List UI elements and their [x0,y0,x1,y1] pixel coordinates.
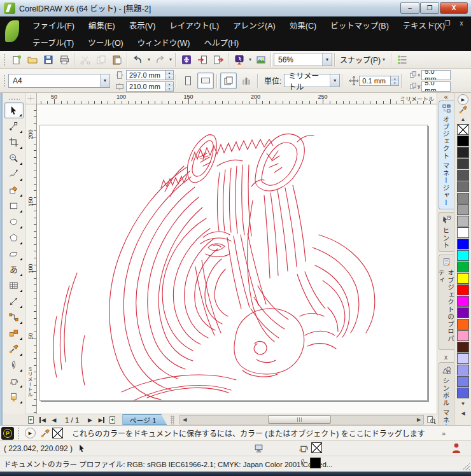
ellipse-tool[interactable] [4,214,24,230]
fill-tool[interactable] [4,373,24,389]
rectangle-tool[interactable] [4,198,24,214]
portrait-button[interactable] [179,73,196,89]
color-swatch[interactable] [457,227,469,238]
color-swatch[interactable] [457,250,469,261]
horizontal-ruler[interactable]: ミリメートル 50100150200250 [37,93,437,104]
property-bar-grip[interactable] [3,74,6,87]
mdi-button[interactable]: x [457,20,466,27]
next-page-button[interactable]: ▶ [84,415,95,425]
crop-tool[interactable] [4,134,24,150]
chevron-down-icon[interactable]: ▾ [248,57,253,62]
first-page-button[interactable]: ◀ [37,415,48,425]
document-palette-expand-button[interactable]: » [442,430,446,437]
color-swatch[interactable] [457,376,469,387]
nudge-spinner[interactable]: ▴▾ [391,76,399,86]
text-tool[interactable]: あ [4,262,24,277]
toolbar-grip[interactable] [3,53,6,66]
docker-tab-1[interactable]: オブジェクト マネージャー [439,101,454,209]
chevron-down-icon[interactable]: ▾ [100,74,109,87]
duplicate-x-field[interactable]: 5.0 mm [421,70,451,80]
coreldraw-logo-icon[interactable] [5,20,20,46]
color-eyedropper-tool[interactable] [4,341,24,357]
menu-item[interactable]: アレンジ(A) [226,19,283,31]
outline-pen-tool[interactable] [4,357,24,373]
palette-flyout-button[interactable]: ▶ [458,94,468,105]
chevron-down-icon[interactable]: ▾ [322,53,332,66]
no-color-swatch[interactable] [52,428,63,438]
chevron-down-icon[interactable]: ▾ [168,57,173,62]
dimension-tool[interactable] [4,293,24,309]
menu-item[interactable]: ビットマップ(B) [323,19,396,31]
no-color-swatch[interactable] [457,124,469,135]
menu-item[interactable]: 編集(E) [81,19,122,31]
color-swatch[interactable] [457,307,469,318]
color-swatch[interactable] [457,296,469,307]
shape-tool[interactable] [4,118,24,134]
outline-indicator[interactable] [298,458,321,468]
ruler-origin-button[interactable] [25,93,37,104]
menu-item[interactable]: ファイル(F) [25,19,81,31]
paper-width-field[interactable]: 297.0 mm [126,70,165,80]
new-document-button[interactable] [8,52,24,67]
previous-page-button[interactable]: ◀ [48,415,60,425]
paper-size-combo[interactable]: A4 ▾ [8,74,110,88]
zoom-to-page-button[interactable] [425,415,437,425]
palette-expand-button[interactable]: ◀ [457,409,470,418]
add-page-button-right[interactable] [107,415,118,425]
close-button[interactable]: X [440,2,468,14]
window-resize-grip[interactable] [462,463,470,470]
color-swatch[interactable] [457,353,469,364]
menu-item[interactable]: ヘルプ(H) [197,36,246,48]
menu-item[interactable]: レイアウト(L) [162,19,226,31]
scroll-right-arrow[interactable]: ▶ [414,416,423,424]
menu-item[interactable]: 効果(C) [283,19,323,31]
horizontal-scrollbar[interactable]: ◀ ▶ [179,415,424,424]
all-pages-button[interactable] [220,73,237,89]
vertical-ruler[interactable]: ミリメートル 20015010050 [25,104,37,414]
palette-scroll-down-button[interactable]: ▼ [457,399,470,409]
duplicate-y-field[interactable]: 5.0 mm [421,81,451,92]
color-swatch[interactable] [457,204,469,215]
proofing-indicator[interactable] [253,443,264,454]
blend-tool[interactable] [4,325,24,341]
palette-scroll-up-button[interactable]: ▲ [457,115,470,124]
docker-tab-2[interactable]: ヒント [439,212,454,253]
color-swatch[interactable] [457,239,469,249]
mdi-button[interactable]: – [429,20,438,27]
minimize-button[interactable]: – [400,2,419,14]
chevron-down-icon[interactable]: ▾ [146,57,151,62]
basic-shapes-tool[interactable] [4,246,24,262]
menu-item[interactable]: テーブル(T) [25,36,81,48]
pick-tool[interactable] [4,102,24,118]
zebra-line-artwork[interactable] [40,125,428,402]
add-page-button-left[interactable] [25,415,37,425]
color-swatch[interactable] [457,262,469,272]
zoom-tool[interactable] [4,150,24,166]
color-swatch[interactable] [457,158,469,169]
last-page-button[interactable]: ▶ [95,415,107,425]
paper-height-spinner[interactable]: ▴▾ [165,81,174,92]
connector-tool[interactable] [4,309,24,325]
save-button[interactable] [40,52,56,67]
color-swatch[interactable] [457,342,469,353]
print-button[interactable] [56,52,72,67]
zoom-level-combo[interactable]: 56%▾ [274,53,332,66]
units-combo[interactable]: ミリメートル ▾ [284,74,340,87]
title-bar[interactable]: CorelDRAW X6 (64 ビット) - [無題-2] – ❐ X [0,0,471,17]
document-palette-icon[interactable]: P [1,427,14,440]
paper-width-spinner[interactable]: ▴▾ [165,70,174,80]
color-swatch[interactable] [457,193,469,204]
corel-connect-button[interactable] [253,52,269,67]
document-palette-grip[interactable] [17,427,20,440]
table-tool[interactable] [4,277,24,293]
color-swatch[interactable] [457,273,469,284]
color-swatch[interactable] [457,284,469,295]
color-swatch[interactable] [457,136,469,146]
options-button[interactable] [394,52,410,67]
open-button[interactable] [24,52,40,67]
mdi-button[interactable]: ❐ [443,20,452,27]
import-button[interactable] [194,52,210,67]
scroll-left-arrow[interactable]: ◀ [180,416,189,424]
current-page-button[interactable] [238,73,255,89]
document-page[interactable] [39,125,428,401]
